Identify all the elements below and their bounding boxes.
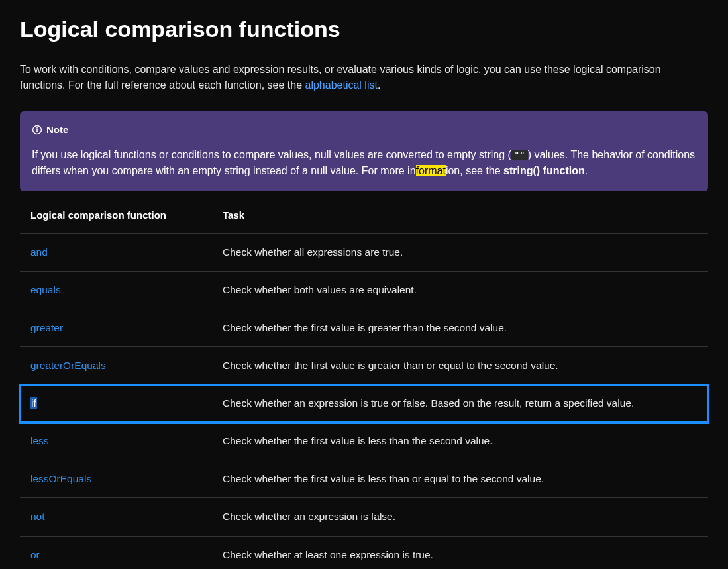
svg-rect-1 xyxy=(36,129,38,132)
task-cell: Check whether all expressions are true. xyxy=(212,234,708,272)
table-row: orCheck whether at least one expression … xyxy=(20,536,708,569)
info-icon xyxy=(32,125,42,135)
find-highlight: format xyxy=(416,165,446,176)
function-name-cell: not xyxy=(20,498,212,536)
function-name-cell: or xyxy=(20,536,212,569)
col-function: Logical comparison function xyxy=(20,197,212,234)
table-row: notCheck whether an expression is false. xyxy=(20,498,708,536)
lead-paragraph: To work with conditions, compare values … xyxy=(20,62,708,95)
table-row: lessCheck whether the first value is les… xyxy=(20,423,708,460)
table-row: andCheck whether all expressions are tru… xyxy=(20,234,708,272)
table-header-row: Logical comparison function Task xyxy=(20,197,708,234)
function-link[interactable]: equals xyxy=(30,284,61,295)
function-name-cell: lessOrEquals xyxy=(20,460,212,498)
function-name-cell: if xyxy=(20,385,212,423)
task-cell: Check whether an expression is false. xyxy=(212,498,708,536)
page-title: Logical comparison functions xyxy=(20,12,708,47)
function-link[interactable]: greaterOrEquals xyxy=(30,360,106,371)
note-label: Note xyxy=(46,122,68,137)
functions-table: Logical comparison function Task andChec… xyxy=(20,197,708,569)
function-link[interactable]: greater xyxy=(30,322,63,333)
table-row: greaterOrEqualsCheck whether the first v… xyxy=(20,347,708,385)
col-task: Task xyxy=(212,197,708,234)
string-function-link[interactable]: string() function xyxy=(503,165,585,176)
lead-suffix: . xyxy=(378,79,380,91)
table-row: equalsCheck whether both values are equi… xyxy=(20,272,708,309)
function-link[interactable]: lessOrEquals xyxy=(30,473,91,484)
note-text-1: If you use logical functions or conditio… xyxy=(32,149,511,160)
task-cell: Check whether the first value is less th… xyxy=(212,460,708,498)
svg-rect-2 xyxy=(36,127,38,129)
alphabetical-list-link[interactable]: alphabetical list xyxy=(305,79,377,91)
table-row: ifCheck whether an expression is true or… xyxy=(20,385,708,423)
task-cell: Check whether at least one expression is… xyxy=(212,536,708,569)
function-link[interactable]: or xyxy=(30,549,40,560)
note-text-3: ion, see the xyxy=(446,165,503,176)
function-link[interactable]: not xyxy=(30,511,45,522)
doc-page: Logical comparison functions To work wit… xyxy=(0,0,728,569)
function-name-cell: and xyxy=(20,234,212,272)
note-body: If you use logical functions or conditio… xyxy=(32,147,696,180)
task-cell: Check whether the first value is greater… xyxy=(212,309,708,347)
table-row: lessOrEqualsCheck whether the first valu… xyxy=(20,460,708,498)
function-name-cell: greaterOrEquals xyxy=(20,347,212,385)
note-header: Note xyxy=(32,122,696,137)
task-cell: Check whether an expression is true or f… xyxy=(212,385,708,423)
function-link[interactable]: and xyxy=(30,246,48,258)
note-callout: Note If you use logical functions or con… xyxy=(20,111,708,191)
note-text-4: . xyxy=(585,165,588,176)
function-name-cell: greater xyxy=(20,309,212,347)
function-name-cell: less xyxy=(20,423,212,460)
empty-string-code: "" xyxy=(511,150,528,160)
function-link[interactable]: less xyxy=(30,435,49,446)
task-cell: Check whether the first value is greater… xyxy=(212,347,708,385)
table-row: greaterCheck whether the first value is … xyxy=(20,309,708,347)
task-cell: Check whether the first value is less th… xyxy=(212,423,708,460)
function-link[interactable]: if xyxy=(30,397,37,409)
function-name-cell: equals xyxy=(20,272,212,309)
task-cell: Check whether both values are equivalent… xyxy=(212,272,708,309)
